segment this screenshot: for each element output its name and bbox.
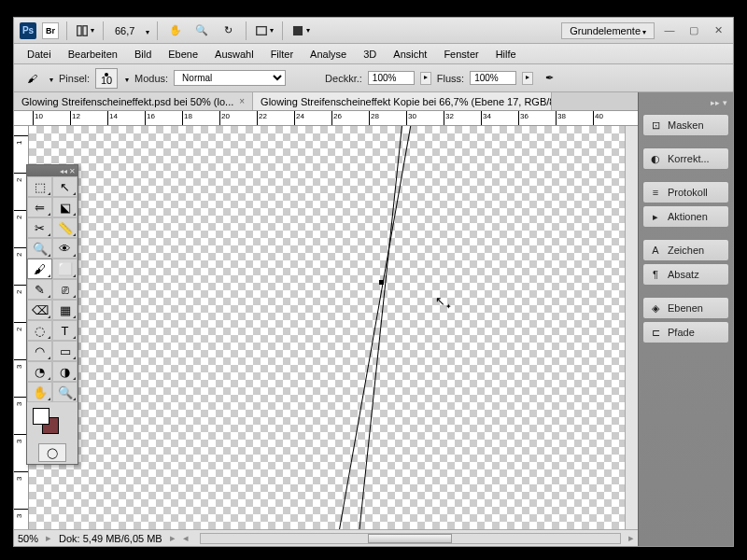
menu-ansicht[interactable]: Ansicht xyxy=(386,47,434,62)
current-tool-icon[interactable]: 🖌 xyxy=(21,69,42,88)
tool-slot-4[interactable]: ✂ xyxy=(27,217,52,238)
menu-3d[interactable]: 3D xyxy=(356,47,384,62)
menu-bearbeiten[interactable]: Bearbeiten xyxy=(61,47,125,62)
quick-mask-toggle[interactable]: ◯ xyxy=(38,443,66,462)
tool-slot-2[interactable]: ⥢ xyxy=(27,197,52,217)
ruler-tick-label: 32 xyxy=(445,112,454,120)
tool-slot-0[interactable]: ⬚ xyxy=(27,176,52,197)
tab-label: Glowing Streifenscheineffekt.psd bei 50%… xyxy=(21,96,233,107)
rotate-view-shortcut[interactable]: ↻ xyxy=(218,21,238,40)
flow-flyout[interactable]: ▸ xyxy=(522,72,533,85)
cursor-icon: ↖✦ xyxy=(435,294,452,311)
tool-slot-20[interactable]: ✋ xyxy=(27,382,52,402)
panel-pfade[interactable]: ⊏Pfade xyxy=(642,321,729,343)
toolbox-collapse-icon[interactable]: ◂◂ xyxy=(60,167,67,175)
tool-slot-11[interactable]: ⎚ xyxy=(52,279,78,300)
tool-slot-10[interactable]: ✎ xyxy=(27,279,52,300)
airbrush-toggle[interactable]: ✒ xyxy=(539,69,559,88)
panel-aktionen[interactable]: ▸Aktionen xyxy=(642,205,729,228)
ruler-tick-label: 10 xyxy=(35,112,43,120)
menu-filter[interactable]: Filter xyxy=(263,47,301,62)
ruler-tick-label: 40 xyxy=(595,112,603,120)
tool-slot-5[interactable]: 📏 xyxy=(52,217,78,238)
toolbox-close-icon[interactable]: ✕ xyxy=(69,167,76,175)
tool-slot-18[interactable]: ◔ xyxy=(27,361,52,382)
ruler-tick-label: 22 xyxy=(259,112,267,120)
tool-slot-1[interactable]: ↖ xyxy=(52,176,78,197)
close-button[interactable]: ✕ xyxy=(711,24,726,37)
panel-ebenen[interactable]: ◈Ebenen xyxy=(642,297,729,319)
tab-close-icon[interactable]: × xyxy=(239,96,245,106)
svg-rect-3 xyxy=(294,26,303,35)
panel-protokoll[interactable]: ≡Protokoll xyxy=(642,181,729,203)
tool-slot-9[interactable]: ⬜ xyxy=(52,259,78,279)
horizontal-scrollbar[interactable] xyxy=(200,533,621,544)
zoom-tool-shortcut[interactable]: 🔍 xyxy=(191,21,212,40)
panel-label: Absatz xyxy=(668,269,699,280)
workspace-switcher[interactable]: Grundelemente xyxy=(561,22,655,39)
panel-label: Zeichen xyxy=(668,245,704,256)
menu-datei[interactable]: Datei xyxy=(20,47,59,62)
tool-slot-6[interactable]: 🔍 xyxy=(27,238,52,259)
menu-auswahl[interactable]: Auswahl xyxy=(207,47,261,62)
flow-label: Fluss: xyxy=(437,73,464,84)
document-tab[interactable]: Glowing Streifenscheineffekt.psd bei 50%… xyxy=(14,92,253,110)
tool-slot-13[interactable]: ▦ xyxy=(52,300,78,320)
panel-absatz[interactable]: ¶Absatz xyxy=(642,263,729,286)
menu-analyse[interactable]: Analyse xyxy=(303,47,354,62)
menu-ebene[interactable]: Ebene xyxy=(161,47,205,62)
hand-tool-shortcut[interactable]: ✋ xyxy=(165,21,186,40)
tool-preset-dropdown[interactable] xyxy=(48,73,53,84)
menu-hilfe[interactable]: Hilfe xyxy=(488,47,524,62)
ruler-tick-label: 3 xyxy=(15,365,23,369)
minimize-button[interactable]: — xyxy=(662,24,677,37)
panel-korrekt[interactable]: ◐Korrekt... xyxy=(642,147,729,170)
flow-input[interactable] xyxy=(470,71,516,85)
panel-zeichen[interactable]: AZeichen xyxy=(642,239,729,261)
svg-rect-1 xyxy=(83,25,87,35)
tool-slot-17[interactable]: ▭ xyxy=(52,341,78,361)
menu-bild[interactable]: Bild xyxy=(127,47,159,62)
opacity-label: Deckkr.: xyxy=(325,73,362,84)
panel-label: Pfade xyxy=(668,327,695,338)
blend-mode-select[interactable]: Normal xyxy=(174,70,286,86)
tool-slot-7[interactable]: 👁 xyxy=(52,238,78,259)
zoom-dropdown[interactable] xyxy=(144,25,149,36)
tool-slot-12[interactable]: ⌫ xyxy=(27,300,52,320)
tools-panel[interactable]: ◂◂✕ ⬚↖⥢⬕✂📏🔍👁🖌⬜✎⎚⌫▦◌T◠▭◔◑✋🔍 ◯ xyxy=(26,164,78,465)
panel-label: Protokoll xyxy=(668,187,708,198)
view-arrange-dropdown[interactable] xyxy=(75,21,95,40)
opacity-input[interactable] xyxy=(368,71,415,85)
ruler-tick-label: 16 xyxy=(147,112,155,120)
extras-dropdown[interactable] xyxy=(290,21,311,40)
document-tab[interactable]: Glowing Streifenscheineffekt Kopie bei 6… xyxy=(253,92,552,110)
tool-slot-14[interactable]: ◌ xyxy=(27,320,52,341)
zoom-level[interactable]: 66,7 xyxy=(111,25,138,36)
canvas[interactable]: ↖✦ xyxy=(29,126,638,529)
maximize-button[interactable]: ▢ xyxy=(686,24,701,37)
ruler-tick-label: 1 xyxy=(15,141,23,145)
panel-masken[interactable]: ⊡Masken xyxy=(642,114,729,136)
panel-icon: A xyxy=(649,244,662,257)
tool-slot-3[interactable]: ⬕ xyxy=(52,197,78,217)
panel-label: Ebenen xyxy=(668,302,703,314)
tool-slot-15[interactable]: T xyxy=(52,320,78,341)
tool-slot-19[interactable]: ◑ xyxy=(52,361,78,382)
panel-icon: ⊡ xyxy=(649,119,662,132)
brush-preset-picker[interactable]: 10 xyxy=(95,68,118,89)
panel-label: Masken xyxy=(668,119,704,131)
foreground-color-swatch[interactable] xyxy=(33,408,49,425)
menu-fenster[interactable]: Fenster xyxy=(436,47,486,62)
path-anchor[interactable] xyxy=(379,280,384,285)
ruler-tick-label: 12 xyxy=(72,112,80,120)
tool-slot-21[interactable]: 🔍 xyxy=(52,382,78,402)
tool-slot-16[interactable]: ◠ xyxy=(27,341,52,361)
brush-dropdown[interactable] xyxy=(123,73,129,84)
bridge-button[interactable]: Br xyxy=(42,22,59,39)
tool-slot-8[interactable]: 🖌 xyxy=(27,259,52,279)
screen-mode-dropdown[interactable] xyxy=(254,21,275,40)
vertical-scrollbar[interactable] xyxy=(625,126,638,529)
opacity-flyout[interactable]: ▸ xyxy=(420,72,431,85)
ruler-tick-label: 30 xyxy=(408,112,416,120)
status-zoom[interactable]: 50% xyxy=(18,533,38,544)
